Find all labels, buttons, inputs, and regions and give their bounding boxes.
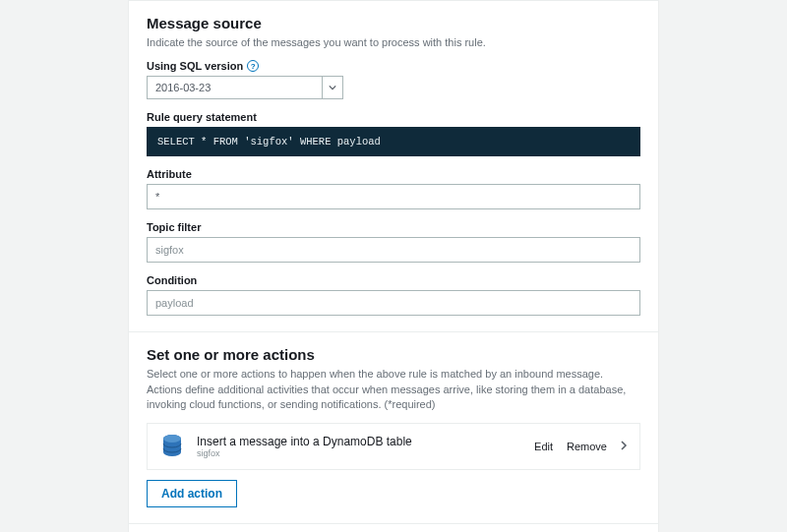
add-action-button[interactable]: Add action [147,480,237,507]
action-title: Insert a message into a DynamoDB table [197,435,522,448]
actions-desc: Select one or more actions to happen whe… [147,367,640,412]
attribute-label: Attribute [147,168,640,180]
attribute-input[interactable] [147,184,640,209]
action-item: Insert a message into a DynamoDB table s… [147,423,640,470]
query-statement-label: Rule query statement [147,111,640,123]
actions-panel: Set one or more actions Select one or mo… [128,332,659,523]
condition-field: Condition [147,274,640,316]
topic-filter-input[interactable] [147,237,640,263]
actions-heading: Set one or more actions [147,346,640,363]
topic-filter-field: Topic filter [147,221,640,263]
message-source-panel: Message source Indicate the source of th… [128,0,659,332]
sql-version-value: 2016-03-23 [147,76,322,99]
chevron-right-icon[interactable] [621,440,628,453]
action-text: Insert a message into a DynamoDB table s… [197,435,522,458]
query-statement-field: Rule query statement SELECT * FROM 'sigf… [147,111,640,156]
remove-link[interactable]: Remove [567,441,607,452]
footer: Cancel Create rule [128,524,659,532]
chevron-down-icon[interactable] [322,76,343,99]
condition-label: Condition [147,274,640,286]
svg-point-1 [163,435,181,443]
message-source-heading: Message source [147,15,640,31]
sql-version-label: Using SQL version [147,60,243,72]
sql-version-field: Using SQL version ? 2016-03-23 [147,60,640,99]
dynamodb-icon [159,434,185,459]
action-sub: sigfox [197,448,522,458]
query-statement-code[interactable]: SELECT * FROM 'sigfox' WHERE payload [147,127,640,156]
topic-filter-label: Topic filter [147,221,640,233]
message-source-desc: Indicate the source of the messages you … [147,35,640,50]
help-icon[interactable]: ? [247,60,259,72]
sql-version-select[interactable]: 2016-03-23 [147,76,343,99]
action-links: Edit Remove [534,440,628,453]
edit-link[interactable]: Edit [534,441,553,452]
condition-input[interactable] [147,290,640,316]
attribute-field: Attribute [147,168,640,209]
